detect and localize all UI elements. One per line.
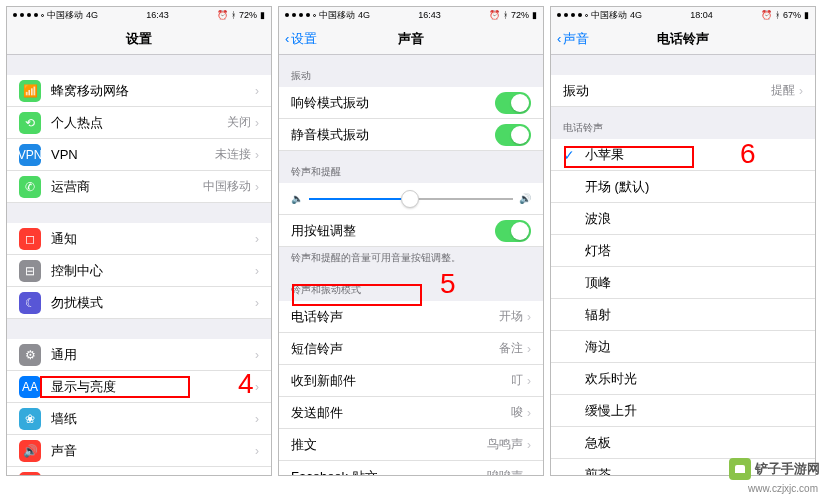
row-dnd[interactable]: ☾勿扰模式›	[7, 287, 271, 319]
time-label: 16:43	[146, 10, 169, 20]
ringtone-dingfeng[interactable]: 顶峰	[551, 267, 815, 299]
status-bar: 中国移动4G 16:43 ⏰ᚼ72%▮	[7, 7, 271, 23]
chevron-right-icon: ›	[527, 438, 531, 452]
row-facebook[interactable]: Facebook 贴文唆唆声›	[279, 461, 543, 475]
alarm-icon: ⏰	[761, 10, 772, 20]
chevron-right-icon: ›	[255, 348, 259, 362]
wallpaper-icon: ❀	[19, 408, 41, 430]
bluetooth-icon: ᚼ	[503, 10, 508, 20]
time-label: 16:43	[418, 10, 441, 20]
chevron-left-icon: ‹	[557, 31, 561, 46]
chevron-right-icon: ›	[527, 342, 531, 356]
alarm-icon: ⏰	[217, 10, 228, 20]
status-bar: 中国移动4G 16:43 ⏰ᚼ72%▮	[279, 7, 543, 23]
ringtone-fushe[interactable]: 辐射	[551, 299, 815, 331]
chevron-right-icon: ›	[527, 406, 531, 420]
row-ring-vibrate[interactable]: 响铃模式振动	[279, 87, 543, 119]
row-new-mail[interactable]: 收到新邮件叮›	[279, 365, 543, 397]
gear-icon: ⚙	[19, 344, 41, 366]
carrier-label: 中国移动	[47, 9, 83, 22]
cellular-icon: 📶	[19, 80, 41, 102]
row-general[interactable]: ⚙通用›	[7, 339, 271, 371]
row-cellular[interactable]: 📶蜂窝移动网络›	[7, 75, 271, 107]
chevron-left-icon: ‹	[285, 31, 289, 46]
battery-icon: ▮	[804, 10, 809, 20]
volume-slider[interactable]	[309, 198, 513, 200]
touchid-icon: ◉	[19, 472, 41, 476]
chevron-right-icon: ›	[255, 412, 259, 426]
row-change-with-buttons[interactable]: 用按钮调整	[279, 215, 543, 247]
toggle-switch[interactable]	[495, 92, 531, 114]
control-center-icon: ⊟	[19, 260, 41, 282]
page-title: 声音	[279, 30, 543, 48]
row-display[interactable]: AA显示与亮度›	[7, 371, 271, 403]
battery-icon: ▮	[260, 10, 265, 20]
watermark-url: www.czjxjc.com	[748, 483, 818, 494]
hotspot-icon: ⟲	[19, 112, 41, 134]
group-header: 振动	[279, 55, 543, 87]
ringtone-bolang[interactable]: 波浪	[551, 203, 815, 235]
vpn-icon: VPN	[19, 144, 41, 166]
battery-icon: ▮	[532, 10, 537, 20]
page-title: 电话铃声	[551, 30, 815, 48]
row-sent-mail[interactable]: 发送邮件唆›	[279, 397, 543, 429]
checkmark-icon: ✓	[563, 147, 577, 163]
nav-bar: 设置	[7, 23, 271, 55]
page-title: 设置	[7, 30, 271, 48]
chevron-right-icon: ›	[255, 264, 259, 278]
network-label: 4G	[86, 10, 98, 20]
chevron-right-icon: ›	[255, 380, 259, 394]
row-text-tone[interactable]: 短信铃声备注›	[279, 333, 543, 365]
ringtone-kaichang[interactable]: 开场 (默认)	[551, 171, 815, 203]
bluetooth-icon: ᚼ	[231, 10, 236, 20]
row-ringtone[interactable]: 电话铃声开场›	[279, 301, 543, 333]
row-vibration[interactable]: 振动提醒›	[551, 75, 815, 107]
battery-label: 72%	[239, 10, 257, 20]
chevron-right-icon: ›	[255, 232, 259, 246]
ringtone-list[interactable]: 振动提醒› 电话铃声 ✓小苹果 开场 (默认) 波浪 灯塔 顶峰 辐射 海边 欢…	[551, 55, 815, 475]
ringtone-huanle[interactable]: 欢乐时光	[551, 363, 815, 395]
ringtone-xiaopingguo[interactable]: ✓小苹果	[551, 139, 815, 171]
row-touchid[interactable]: ◉Touch ID 与密码›	[7, 467, 271, 475]
chevron-right-icon: ›	[255, 148, 259, 162]
chevron-right-icon: ›	[255, 444, 259, 458]
time-label: 18:04	[690, 10, 713, 20]
ringtone-dengta[interactable]: 灯塔	[551, 235, 815, 267]
status-bar: 中国移动4G 18:04 ⏰ᚼ67%▮	[551, 7, 815, 23]
row-volume-slider[interactable]: 🔈🔊	[279, 183, 543, 215]
back-button[interactable]: ‹设置	[279, 30, 317, 48]
toggle-switch[interactable]	[495, 124, 531, 146]
settings-list[interactable]: 📶蜂窝移动网络› ⟲个人热点关闭› VPNVPN未连接› ✆运营商中国移动› ◻…	[7, 55, 271, 475]
screen-settings: 中国移动4G 16:43 ⏰ᚼ72%▮ 设置 📶蜂窝移动网络› ⟲个人热点关闭›…	[6, 6, 272, 476]
alarm-icon: ⏰	[489, 10, 500, 20]
shovel-icon	[729, 458, 751, 480]
row-wallpaper[interactable]: ❀墙纸›	[7, 403, 271, 435]
ringtone-haibian[interactable]: 海边	[551, 331, 815, 363]
row-vpn[interactable]: VPNVPN未连接›	[7, 139, 271, 171]
row-notifications[interactable]: ◻通知›	[7, 223, 271, 255]
chevron-right-icon: ›	[255, 84, 259, 98]
row-sound[interactable]: 🔊声音›	[7, 435, 271, 467]
ringtone-jiban[interactable]: 急板	[551, 427, 815, 459]
nav-bar: ‹设置 声音	[279, 23, 543, 55]
group-footer: 铃声和提醒的音量可用音量按钮调整。	[279, 247, 543, 269]
row-carrier[interactable]: ✆运营商中国移动›	[7, 171, 271, 203]
back-button[interactable]: ‹声音	[551, 30, 589, 48]
dnd-icon: ☾	[19, 292, 41, 314]
group-header: 铃声和提醒	[279, 151, 543, 183]
row-silent-vibrate[interactable]: 静音模式振动	[279, 119, 543, 151]
chevron-right-icon: ›	[255, 180, 259, 194]
chevron-right-icon: ›	[799, 84, 803, 98]
toggle-switch[interactable]	[495, 220, 531, 242]
row-tweet[interactable]: 推文鸟鸣声›	[279, 429, 543, 461]
sound-list[interactable]: 振动 响铃模式振动 静音模式振动 铃声和提醒 🔈🔊 用按钮调整 铃声和提醒的音量…	[279, 55, 543, 475]
ringtone-huanman[interactable]: 缓慢上升	[551, 395, 815, 427]
group-header: 电话铃声	[551, 107, 815, 139]
row-hotspot[interactable]: ⟲个人热点关闭›	[7, 107, 271, 139]
speaker-low-icon: 🔈	[291, 193, 303, 204]
bluetooth-icon: ᚼ	[775, 10, 780, 20]
chevron-right-icon: ›	[527, 374, 531, 388]
screen-ringtone: 中国移动4G 18:04 ⏰ᚼ67%▮ ‹声音 电话铃声 振动提醒› 电话铃声 …	[550, 6, 816, 476]
row-control-center[interactable]: ⊟控制中心›	[7, 255, 271, 287]
chevron-right-icon: ›	[527, 470, 531, 476]
